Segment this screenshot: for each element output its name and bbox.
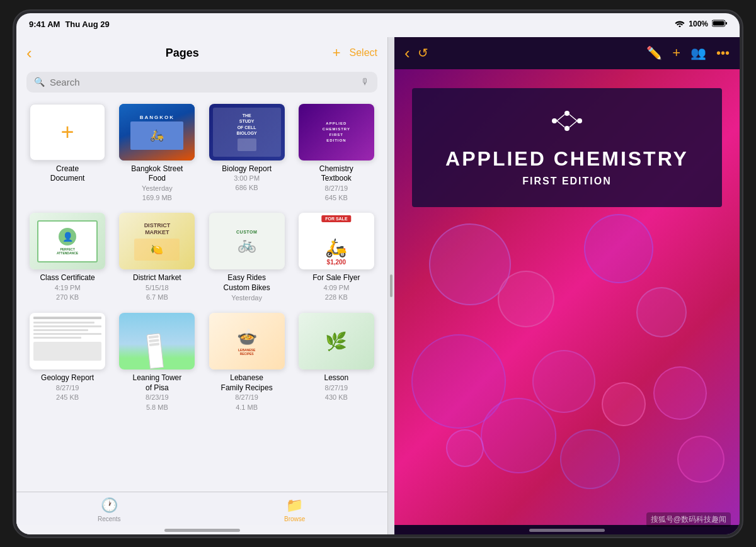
doc-meta: 5/15/186.7 MB xyxy=(146,283,169,303)
search-input[interactable] xyxy=(50,77,356,87)
more-icon[interactable]: ••• xyxy=(716,46,730,60)
doc-meta: 4:19 PM270 KB xyxy=(55,283,81,303)
svg-line-10 xyxy=(570,121,577,127)
right-back-button[interactable]: ‹ xyxy=(404,43,410,63)
doc-content: APPLIED CHEMISTRY FIRST EDITION xyxy=(394,69,740,525)
doc-meta: 3:00 PM686 KB xyxy=(234,174,260,193)
molecule-icon xyxy=(437,108,697,138)
create-thumb: + xyxy=(30,104,105,161)
list-item[interactable]: CUSTOM 🚲 Easy RidesCustom Bikes Yesterda… xyxy=(206,213,288,303)
doc-meta: 8/27/19645 KB xyxy=(325,184,348,203)
split-view: ‹ Pages + Select 🔍 🎙 xyxy=(16,37,740,534)
doc-name: Biology Report xyxy=(222,164,272,174)
create-plus-icon: + xyxy=(61,119,74,145)
select-button[interactable]: Select xyxy=(350,47,377,59)
chemistry-thumb: APPLIEDCHEMISTRYFIRSTEDITION xyxy=(299,104,374,161)
list-item[interactable]: 🌿 Lesson 8/27/19430 KB xyxy=(295,313,377,412)
recents-icon: 🕐 xyxy=(101,497,118,514)
doc-name: Bangkok StreetFood xyxy=(131,164,183,184)
list-item[interactable]: FOR SALE 🛵 $1,200 For Sale Flyer 4:09 PM… xyxy=(295,213,377,303)
doc-name: Leaning Towerof Pisa xyxy=(132,373,181,393)
svg-rect-2 xyxy=(713,21,724,25)
doc-subtitle: FIRST EDITION xyxy=(437,176,697,187)
list-item[interactable]: Leaning Towerof Pisa 8/23/195.8 MB xyxy=(116,313,198,412)
doc-name: CreateDocument xyxy=(50,164,85,184)
list-item[interactable]: Geology Report 8/27/19245 KB xyxy=(26,313,108,412)
ipad-screen: 9:41 AM Thu Aug 29 100% xyxy=(16,13,740,534)
back-button[interactable]: ‹ xyxy=(26,43,32,63)
bokeh-background xyxy=(394,208,740,525)
list-item[interactable]: 👤 PERFECTATTENDANCE Class Certificate 4:… xyxy=(26,213,108,303)
list-item[interactable]: 🍲 LEBANESERECIPES LebaneseFamily Recipes… xyxy=(206,313,288,412)
doc-name: District Market xyxy=(133,273,181,283)
home-indicator-right xyxy=(529,529,605,532)
ipad-frame: 9:41 AM Thu Aug 29 100% xyxy=(13,9,743,538)
doc-meta: 8/27/194.1 MB xyxy=(235,393,258,412)
tab-browse-label: Browse xyxy=(284,516,305,522)
add-document-button[interactable]: + xyxy=(333,45,341,61)
mic-icon[interactable]: 🎙 xyxy=(361,77,370,87)
doc-main-title: APPLIED CHEMISTRY xyxy=(437,147,697,171)
chem-header: APPLIED CHEMISTRY FIRST EDITION xyxy=(412,88,722,207)
tab-browse[interactable]: 📁 Browse xyxy=(202,497,388,522)
tab-recents[interactable]: 🕐 Recents xyxy=(16,497,202,522)
biology-thumb: THESTUDYOF CELLBIOLOGY xyxy=(209,104,285,161)
svg-line-7 xyxy=(557,115,564,121)
split-divider[interactable] xyxy=(388,37,394,534)
status-time: 9:41 AM xyxy=(29,20,60,29)
tab-recents-label: Recents xyxy=(98,516,121,522)
flyer-thumb: FOR SALE 🛵 $1,200 xyxy=(299,213,374,269)
svg-point-6 xyxy=(564,126,570,131)
doc-name: ChemistryTextbook xyxy=(319,164,353,184)
home-indicator xyxy=(164,529,240,532)
district-thumb: DISTRICTMARKET 🍋 xyxy=(119,213,195,269)
doc-meta: Yesterday xyxy=(231,293,262,303)
search-bar: 🔍 🎙 xyxy=(26,72,377,93)
doc-name: Easy RidesCustom Bikes xyxy=(224,273,270,293)
right-nav-bar: ‹ ↺ ✏️ + 👥 ••• xyxy=(394,37,740,69)
list-item[interactable]: THESTUDYOF CELLBIOLOGY Biology Report 3:… xyxy=(206,104,288,203)
list-item[interactable]: APPLIEDCHEMISTRYFIRSTEDITION ChemistryTe… xyxy=(295,104,377,203)
list-item[interactable]: DISTRICTMARKET 🍋 District Market 5/15/18… xyxy=(116,213,198,303)
lebanese-thumb: 🍲 LEBANESERECIPES xyxy=(209,313,285,369)
tab-bar: 🕐 Recents 📁 Browse xyxy=(16,492,387,525)
doc-name: Class Certificate xyxy=(40,273,94,283)
doc-meta: 8/27/19430 KB xyxy=(325,383,348,403)
search-icon: 🔍 xyxy=(34,77,45,87)
doc-meta: 8/23/195.8 MB xyxy=(146,393,169,412)
doc-name: LebaneseFamily Recipes xyxy=(221,373,273,393)
doc-name: Lesson xyxy=(324,373,349,383)
svg-line-9 xyxy=(557,121,564,127)
browse-icon: 📁 xyxy=(286,497,303,514)
doc-meta: Yesterday169.9 MB xyxy=(142,184,173,203)
doc-name: For Sale Flyer xyxy=(312,273,360,283)
page-title: Pages xyxy=(32,47,333,60)
status-bar: 9:41 AM Thu Aug 29 100% xyxy=(16,13,740,33)
certificate-thumb: 👤 PERFECTATTENDANCE xyxy=(30,213,105,269)
chemistry-document: APPLIED CHEMISTRY FIRST EDITION xyxy=(394,69,740,525)
lesson-thumb: 🌿 xyxy=(299,313,374,369)
add-button[interactable]: + xyxy=(672,45,680,61)
doc-name: Geology Report xyxy=(41,373,94,383)
svg-rect-1 xyxy=(726,22,727,25)
right-panel: ‹ ↺ ✏️ + 👥 ••• xyxy=(394,37,740,534)
bikes-thumb: CUSTOM 🚲 xyxy=(209,213,285,269)
list-item[interactable]: BANGKOK 🛵 Bangkok StreetFood Yesterday16… xyxy=(116,104,198,203)
left-panel: ‹ Pages + Select 🔍 🎙 xyxy=(16,37,388,534)
list-item[interactable]: + CreateDocument xyxy=(26,104,108,203)
svg-point-3 xyxy=(552,118,557,123)
collaborate-icon[interactable]: 👥 xyxy=(690,45,706,60)
svg-line-8 xyxy=(570,115,577,121)
status-date: Thu Aug 29 xyxy=(65,20,109,29)
battery-icon xyxy=(712,20,727,29)
bangkok-thumb: BANGKOK 🛵 xyxy=(119,104,195,161)
document-grid: + CreateDocument BANGKOK 🛵 xyxy=(16,99,387,492)
svg-point-5 xyxy=(564,111,570,116)
wifi-icon xyxy=(675,20,685,29)
svg-point-4 xyxy=(577,118,582,123)
pencil-icon[interactable]: ✏️ xyxy=(646,45,662,60)
doc-meta: 4:09 PM228 KB xyxy=(323,283,349,303)
pisa-thumb xyxy=(119,313,195,369)
history-icon[interactable]: ↺ xyxy=(418,45,428,60)
watermark: 搜狐号@数码科技趣闻 xyxy=(646,512,731,527)
